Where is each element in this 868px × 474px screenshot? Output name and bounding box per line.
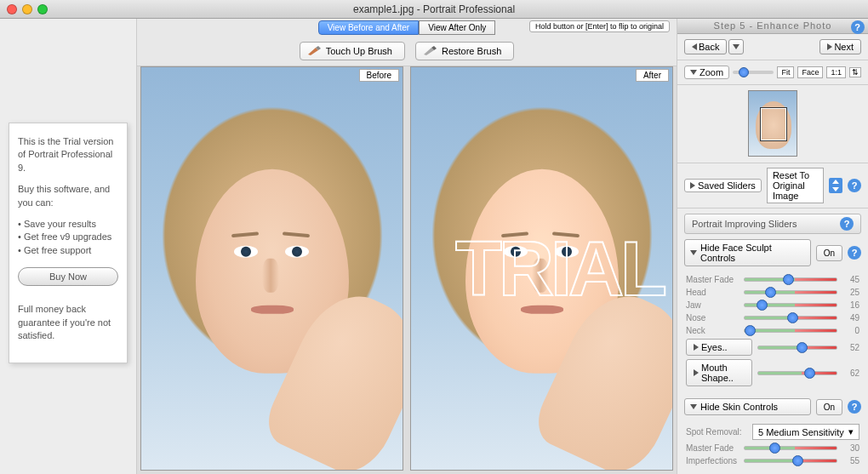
eyes-subpanel-button[interactable]: Eyes.. <box>686 339 752 356</box>
zoom-window-button[interactable] <box>37 4 48 14</box>
triangle-right-icon <box>827 43 832 50</box>
skin-on-button[interactable]: On <box>816 399 842 415</box>
trial-bullet: Get free support <box>18 244 118 257</box>
touch-up-brush-button[interactable]: Touch Up Brush <box>300 42 405 60</box>
zoom-fit-button[interactable]: Fit <box>777 66 794 78</box>
minimize-window-button[interactable] <box>22 4 32 14</box>
next-button[interactable]: Next <box>819 39 861 54</box>
triangle-right-icon <box>694 344 699 351</box>
zoom-1to1-button[interactable]: 1:1 <box>826 66 846 78</box>
masterfade-slider[interactable] <box>744 277 837 282</box>
saved-sliders-toggle[interactable]: Saved Sliders <box>684 179 762 192</box>
head-slider[interactable] <box>744 290 837 294</box>
face-sculpt-toggle[interactable]: Hide Face Sculpt Controls <box>684 239 811 266</box>
help-icon[interactable]: ? <box>848 246 861 260</box>
mouth-slider[interactable] <box>757 371 837 375</box>
close-window-button[interactable] <box>7 4 17 14</box>
after-pane: After TRIAL <box>410 66 673 471</box>
neck-slider[interactable] <box>744 328 837 333</box>
trial-info-box: This is the Trial version of Portrait Pr… <box>9 123 128 363</box>
help-icon[interactable]: ? <box>851 20 865 34</box>
window-titlebar: example1.jpg - Portrait Professional <box>0 0 868 19</box>
trial-guarantee: Full money back guarantee if you're not … <box>18 303 118 342</box>
nose-slider[interactable] <box>744 316 837 320</box>
eyes-slider[interactable] <box>757 346 837 350</box>
right-panel: Step 5 - Enhance Photo ? Back Next Zoom … <box>677 19 868 474</box>
triangle-down-icon <box>690 250 697 255</box>
jaw-slider[interactable] <box>744 303 837 307</box>
tab-after-only[interactable]: View After Only <box>419 20 495 35</box>
slider-thumb[interactable] <box>739 67 749 77</box>
imperfections-slider[interactable] <box>744 459 837 463</box>
restore-brush-button[interactable]: Restore Brush <box>415 42 514 60</box>
trial-bullet: Get free v9 upgrades <box>18 231 118 243</box>
skin-sliders: Spot Removal: 5 Medium Sensitivity▾ Mast… <box>677 419 868 474</box>
help-icon[interactable]: ? <box>848 400 861 414</box>
zoom-toggle[interactable]: Zoom <box>684 66 729 79</box>
navigator-selection[interactable] <box>761 108 786 140</box>
skin-controls-toggle[interactable]: Hide Skin Controls <box>684 398 811 415</box>
navigator-preview[interactable] <box>677 85 868 163</box>
help-icon[interactable]: ? <box>848 179 861 192</box>
face-sculpt-on-button[interactable]: On <box>816 245 842 261</box>
flip-to-original-button[interactable]: Hold button or [Enter] to flip to origin… <box>529 20 670 32</box>
left-sidebar: This is the Trial version of Portrait Pr… <box>0 19 136 474</box>
after-label: After <box>636 69 669 82</box>
before-label: Before <box>359 69 399 82</box>
triangle-right-icon <box>690 182 695 189</box>
tab-before-after[interactable]: View Before and After <box>318 20 420 35</box>
center-workspace: View Before and After View After Only Ho… <box>136 19 677 474</box>
zoom-face-button[interactable]: Face <box>797 66 823 78</box>
zoom-slider[interactable] <box>733 71 774 74</box>
buy-now-button[interactable]: Buy Now <box>18 267 118 286</box>
back-button[interactable]: Back <box>684 39 727 54</box>
help-icon[interactable]: ? <box>840 217 854 231</box>
trial-text-1: This is the Trial version of Portrait Pr… <box>18 135 118 174</box>
step-header: Step 5 - Enhance Photo ? <box>677 19 868 34</box>
brush-icon <box>307 46 321 56</box>
back-menu-button[interactable] <box>728 39 744 54</box>
face-sculpt-sliders: Master Fade45 Head25 Jaw16 Nose49 Neck0 … <box>677 270 868 395</box>
triangle-down-icon <box>733 44 740 49</box>
saved-stepper[interactable] <box>829 178 842 193</box>
triangle-right-icon <box>694 369 699 376</box>
saved-sliders-dropdown[interactable]: Reset To Original Image <box>767 168 824 203</box>
zoom-stepper[interactable]: ⇅ <box>849 67 861 77</box>
improving-sliders-header: Portrait Improving Sliders ? <box>684 214 861 234</box>
skin-masterfade-slider[interactable] <box>744 446 837 450</box>
triangle-down-icon <box>690 404 697 409</box>
spot-removal-dropdown[interactable]: 5 Medium Sensitivity▾ <box>752 424 859 440</box>
trial-text-2: Buy this software, and you can: <box>18 183 118 209</box>
triangle-left-icon <box>692 43 697 50</box>
window-title: example1.jpg - Portrait Professional <box>0 3 868 15</box>
triangle-down-icon <box>690 70 697 75</box>
restore-icon <box>423 46 437 56</box>
before-pane: Before <box>140 66 403 471</box>
trial-bullet: Save your results <box>18 218 118 231</box>
mouth-subpanel-button[interactable]: Mouth Shape.. <box>686 359 752 386</box>
